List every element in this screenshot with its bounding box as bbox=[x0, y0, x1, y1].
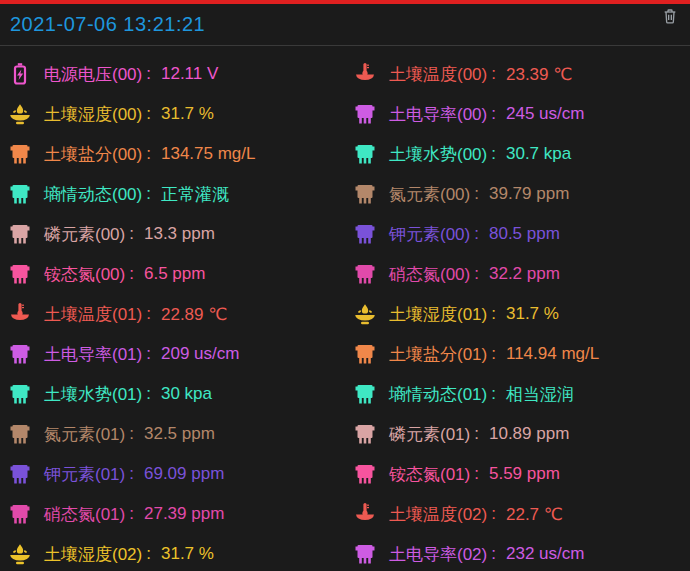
reading-label: 氮元素(00) bbox=[389, 183, 470, 206]
reading-row: 土壤湿度(00) : 31.7 % bbox=[0, 94, 345, 134]
reading-label: 墒情动态(00) bbox=[44, 183, 142, 206]
reading-label: 土电导率(00) bbox=[389, 103, 487, 126]
reading-row: 土壤温度(02) : 22.7 ℃ bbox=[345, 494, 690, 534]
reading-label: 土电导率(01) bbox=[44, 343, 142, 366]
reading-separator: : bbox=[146, 344, 151, 364]
reading-value: 27.39 ppm bbox=[144, 504, 224, 524]
reading-value: 12.11 V bbox=[161, 64, 218, 84]
trash-icon bbox=[662, 12, 678, 27]
reading-row: 土壤温度(01) : 22.89 ℃ bbox=[0, 294, 345, 334]
reading-row: 土壤温度(00) : 23.39 ℃ bbox=[345, 54, 690, 94]
reading-label: 土电导率(02) bbox=[389, 543, 487, 566]
reading-row: 硝态氮(00) : 32.2 ppm bbox=[345, 254, 690, 294]
reading-separator: : bbox=[146, 304, 151, 324]
reading-value: 5.59 ppm bbox=[489, 464, 560, 484]
chip-icon bbox=[353, 182, 377, 206]
readings-grid: 电源电压(00) : 12.11 V 土壤温度(00) : 23.39 ℃ 土壤… bbox=[0, 46, 690, 571]
thermometer-bowl-icon bbox=[353, 502, 377, 526]
chip-icon bbox=[353, 542, 377, 566]
reading-value: 正常灌溉 bbox=[161, 183, 229, 206]
reading-label: 土壤盐分(00) bbox=[44, 143, 142, 166]
chip-icon bbox=[353, 382, 377, 406]
reading-row: 钾元素(00) : 80.5 ppm bbox=[345, 214, 690, 254]
panel-header: 2021-07-06 13:21:21 bbox=[0, 4, 690, 46]
chip-icon bbox=[8, 342, 32, 366]
chip-icon bbox=[8, 262, 32, 286]
battery-bolt-icon bbox=[8, 62, 32, 86]
reading-separator: : bbox=[491, 144, 496, 164]
moisture-lamp-icon bbox=[8, 542, 32, 566]
reading-separator: : bbox=[129, 224, 134, 244]
reading-row: 铵态氮(00) : 6.5 ppm bbox=[0, 254, 345, 294]
reading-label: 土壤水势(00) bbox=[389, 143, 487, 166]
reading-separator: : bbox=[491, 384, 496, 404]
reading-separator: : bbox=[491, 304, 496, 324]
reading-separator: : bbox=[491, 504, 496, 524]
reading-value: 32.5 ppm bbox=[144, 424, 215, 444]
reading-value: 31.7 % bbox=[506, 304, 559, 324]
reading-label: 电源电压(00) bbox=[44, 63, 142, 86]
reading-value: 69.09 ppm bbox=[144, 464, 224, 484]
reading-value: 22.89 ℃ bbox=[161, 304, 227, 325]
reading-separator: : bbox=[129, 264, 134, 284]
chip-icon bbox=[353, 422, 377, 446]
reading-row: 铵态氮(01) : 5.59 ppm bbox=[345, 454, 690, 494]
reading-separator: : bbox=[474, 424, 479, 444]
chip-icon bbox=[353, 462, 377, 486]
reading-label: 土壤温度(01) bbox=[44, 303, 142, 326]
reading-separator: : bbox=[491, 344, 496, 364]
reading-value: 80.5 ppm bbox=[489, 224, 560, 244]
reading-value: 31.7 % bbox=[161, 104, 214, 124]
reading-label: 硝态氮(00) bbox=[389, 263, 470, 286]
sensor-readings-panel: 2021-07-06 13:21:21 电源电压(00) : 12.11 V 土… bbox=[0, 0, 690, 571]
reading-row: 氮元素(00) : 39.79 ppm bbox=[345, 174, 690, 214]
reading-separator: : bbox=[146, 144, 151, 164]
chip-icon bbox=[8, 382, 32, 406]
reading-value: 134.75 mg/L bbox=[161, 144, 256, 164]
reading-separator: : bbox=[474, 224, 479, 244]
reading-separator: : bbox=[474, 464, 479, 484]
reading-value: 13.3 ppm bbox=[144, 224, 215, 244]
reading-separator: : bbox=[474, 264, 479, 284]
reading-separator: : bbox=[129, 464, 134, 484]
reading-label: 土壤湿度(00) bbox=[44, 103, 142, 126]
chip-icon bbox=[8, 222, 32, 246]
chip-icon bbox=[8, 462, 32, 486]
reading-separator: : bbox=[474, 184, 479, 204]
chip-icon bbox=[353, 342, 377, 366]
reading-separator: : bbox=[146, 104, 151, 124]
reading-row: 土电导率(01) : 209 us/cm bbox=[0, 334, 345, 374]
reading-value: 39.79 ppm bbox=[489, 184, 569, 204]
reading-label: 土壤温度(02) bbox=[389, 503, 487, 526]
reading-row: 钾元素(01) : 69.09 ppm bbox=[0, 454, 345, 494]
reading-separator: : bbox=[129, 424, 134, 444]
reading-value: 30 kpa bbox=[161, 384, 212, 404]
reading-value: 32.2 ppm bbox=[489, 264, 560, 284]
reading-row: 土壤盐分(01) : 114.94 mg/L bbox=[345, 334, 690, 374]
chip-icon bbox=[8, 142, 32, 166]
reading-label: 墒情动态(01) bbox=[389, 383, 487, 406]
reading-row: 土壤水势(01) : 30 kpa bbox=[0, 374, 345, 414]
reading-row: 氮元素(01) : 32.5 ppm bbox=[0, 414, 345, 454]
moisture-lamp-icon bbox=[353, 302, 377, 326]
reading-row: 电源电压(00) : 12.11 V bbox=[0, 54, 345, 94]
reading-row: 磷元素(00) : 13.3 ppm bbox=[0, 214, 345, 254]
reading-label: 铵态氮(00) bbox=[44, 263, 125, 286]
chip-icon bbox=[353, 102, 377, 126]
reading-value: 31.7 % bbox=[161, 544, 214, 564]
reading-label: 土壤盐分(01) bbox=[389, 343, 487, 366]
reading-row: 土壤水势(00) : 30.7 kpa bbox=[345, 134, 690, 174]
timestamp: 2021-07-06 13:21:21 bbox=[10, 13, 205, 36]
reading-row: 土壤湿度(02) : 31.7 % bbox=[0, 534, 345, 571]
reading-label: 铵态氮(01) bbox=[389, 463, 470, 486]
reading-row: 土电导率(02) : 232 us/cm bbox=[345, 534, 690, 571]
reading-label: 磷元素(01) bbox=[389, 423, 470, 446]
delete-button[interactable] bbox=[660, 6, 680, 26]
reading-label: 氮元素(01) bbox=[44, 423, 125, 446]
reading-value: 30.7 kpa bbox=[506, 144, 571, 164]
reading-row: 墒情动态(00) : 正常灌溉 bbox=[0, 174, 345, 214]
reading-value: 22.7 ℃ bbox=[506, 504, 563, 525]
reading-separator: : bbox=[146, 184, 151, 204]
reading-row: 硝态氮(01) : 27.39 ppm bbox=[0, 494, 345, 534]
thermometer-bowl-icon bbox=[8, 302, 32, 326]
